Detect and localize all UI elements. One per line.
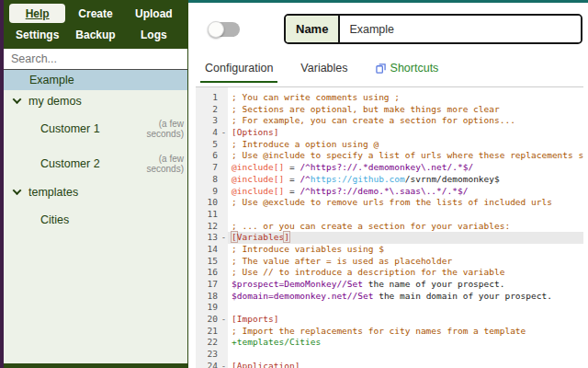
fold-marker-icon[interactable]: - (220, 127, 228, 139)
main-panel: Name ConfigurationVariablesShortcuts 1; … (188, 0, 588, 368)
code-token: ; Introduce a option using @ (232, 139, 379, 149)
line-number: 23 (196, 349, 220, 361)
tree-item-age: (a few seconds) (136, 154, 187, 175)
code-text (228, 209, 232, 221)
line-number: 10 (196, 197, 220, 209)
fold-marker-icon[interactable]: - (220, 314, 228, 326)
line-number: 16 (196, 267, 220, 279)
nav-button-backup[interactable]: Backup (67, 25, 123, 44)
line-number: 19 (196, 302, 220, 314)
tab-configuration[interactable]: Configuration (200, 55, 277, 83)
line-number: 1 (196, 92, 220, 104)
code-text: ; Introduce variables using $ (228, 244, 384, 256)
fold-spacer (220, 162, 228, 174)
line-number: 3 (196, 115, 220, 127)
toggle-knob-icon (208, 21, 224, 38)
code-line: 13-[Variables] (196, 232, 583, 244)
code-token: @include[] (232, 174, 284, 184)
line-number: 15 (196, 256, 220, 268)
tree-item-example[interactable]: Example (4, 70, 187, 90)
code-token: ; ... or you can create a section for yo… (232, 221, 510, 231)
code-token: the name of your prospect. (363, 279, 504, 289)
code-token: /^https?://.*demomonkey\.net/.*$/ (300, 162, 473, 172)
code-text: ; The value after = is used as placehold… (228, 256, 452, 268)
line-number: 12 (196, 221, 220, 233)
name-input[interactable] (340, 16, 581, 42)
code-text: [Variables] (228, 232, 289, 244)
code-line: 24-[Application] (196, 361, 583, 368)
code-token: [Imports] (232, 314, 278, 324)
code-text: @include[] = /^https?://.*demomonkey\.ne… (228, 162, 473, 174)
tab-variables[interactable]: Variables (296, 55, 352, 83)
fold-spacer (220, 115, 228, 127)
line-number: 13 (196, 232, 220, 244)
code-line: 19 (196, 302, 583, 314)
line-number: 21 (196, 326, 220, 338)
code-editor[interactable]: 1; You can write comments using ;2; Sect… (196, 86, 583, 368)
code-line: 3; For example, you can create a section… (196, 115, 583, 127)
tree-item-customer-1[interactable]: Customer 1(a few seconds) (4, 111, 187, 146)
sidebar: HelpCreateUploadSettingsBackupLogs Examp… (0, 0, 188, 368)
code-text: ; Use @include to specify a list of urls… (228, 150, 583, 162)
line-number: 14 (196, 244, 220, 256)
code-line: 17$prospect=DemoMonkey//Set the name of … (196, 279, 583, 291)
code-line: 2; Sections are optional, but make thing… (196, 104, 583, 116)
nav-button-settings[interactable]: Settings (9, 25, 65, 44)
code-token: @include[] (232, 162, 284, 172)
line-number: 2 (196, 104, 220, 116)
code-text: ; Sections are optional, but make things… (228, 104, 500, 116)
line-number: 24 (196, 361, 220, 368)
code-token: the main domain of your prospect. (373, 291, 551, 301)
code-text (228, 349, 232, 361)
fold-spacer (220, 291, 228, 303)
code-token: @include[] (232, 186, 284, 196)
code-text: ; Introduce a option using @ (228, 139, 379, 151)
nav-button-create[interactable]: Create (67, 4, 123, 23)
code-token: ; For example, you can create a section … (232, 115, 515, 125)
fold-marker-icon[interactable]: - (220, 232, 228, 244)
fold-spacer (220, 279, 228, 291)
code-token: +templates/Cities (232, 337, 321, 347)
tree-item-my-demos[interactable]: my demos (4, 90, 187, 111)
code-line: 14; Introduce variables using $ (196, 244, 583, 256)
fold-marker-icon[interactable]: - (220, 361, 228, 368)
code-token: = (284, 162, 300, 172)
fold-spacer (220, 256, 228, 268)
code-line: 5; Introduce a option using @ (196, 139, 583, 151)
code-token: ; Introduce variables using $ (232, 244, 384, 254)
nav-button-help[interactable]: Help (9, 4, 65, 23)
code-text: ; Use // to introduce a description for … (228, 267, 504, 279)
enable-toggle[interactable] (209, 22, 240, 37)
editor-lines: 1; You can write comments using ;2; Sect… (196, 87, 583, 368)
nav-button-logs[interactable]: Logs (126, 25, 182, 44)
code-token: ; The value after = is used as placehold… (232, 256, 452, 266)
tree-item-customer-2[interactable]: Customer 2(a few seconds) (4, 146, 187, 181)
shortcuts-icon (376, 63, 386, 74)
tree-item-cities[interactable]: Cities (4, 202, 187, 237)
code-text: ; Import the replacements for city names… (228, 326, 526, 338)
code-line: 16; Use // to introduce a description fo… (196, 267, 583, 279)
code-text: [Options] (228, 127, 278, 139)
fold-spacer (220, 326, 228, 338)
config-tree: Examplemy demosCustomer 1(a few seconds)… (4, 70, 187, 363)
code-token: ; Use @include to specify a list of urls… (232, 150, 583, 160)
code-token: = (284, 174, 300, 184)
code-text: [Imports] (228, 314, 278, 326)
code-token: ; Import the replacements for city names… (232, 326, 526, 336)
code-line: 20-[Imports] (196, 314, 583, 326)
code-line: 8@include[] = /^https://github.com/svrnm… (196, 174, 583, 186)
fold-spacer (220, 221, 228, 233)
nav-button-upload[interactable]: Upload (126, 4, 182, 23)
code-token: ; Use @exclude to remove urls from the l… (232, 197, 552, 207)
search-input[interactable] (4, 49, 187, 70)
line-number: 17 (196, 279, 220, 291)
line-number: 11 (196, 209, 220, 221)
tab-shortcuts[interactable]: Shortcuts (371, 55, 444, 83)
tree-item-label: Customer 2 (40, 157, 100, 170)
code-text: ; Use @exclude to remove urls from the l… (228, 197, 552, 209)
code-token: https://github.com (311, 174, 405, 184)
tree-item-templates[interactable]: templates (4, 181, 187, 202)
tree-item-age: (a few seconds) (136, 119, 187, 140)
fold-spacer (220, 244, 228, 256)
code-line: 4-[Options] (196, 127, 583, 139)
